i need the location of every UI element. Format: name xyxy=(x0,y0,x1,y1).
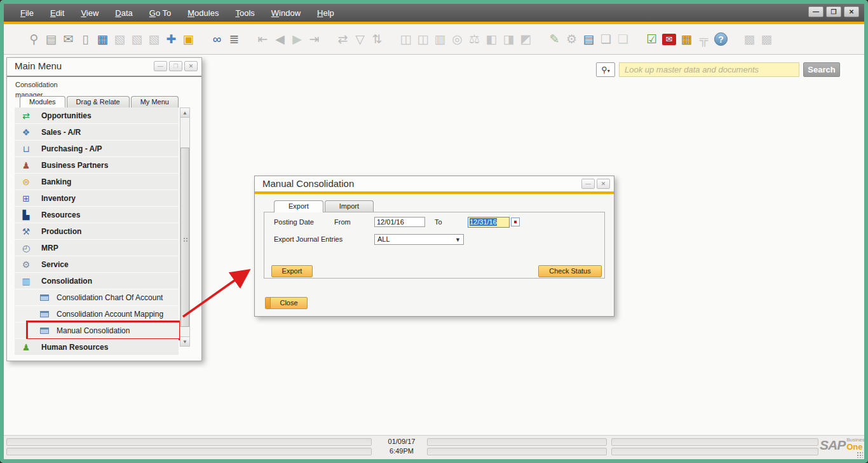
resources-icon: ▙ xyxy=(20,210,32,220)
previous-record-icon[interactable]: ◀ xyxy=(271,31,288,48)
sidebar-item-manual-consolidation[interactable]: Manual Consolidation xyxy=(15,322,179,338)
search-type-button[interactable]: ⚲▾ xyxy=(596,62,615,77)
sidebar-item-service[interactable]: ⚙Service xyxy=(15,256,179,272)
last-data-record-icon[interactable]: ⇥ xyxy=(306,31,323,48)
scrollbar-thumb[interactable] xyxy=(180,148,189,327)
main-menu-tabs: ModulesDrag & RelateMy Menu xyxy=(20,96,180,108)
org-chart-icon[interactable]: ╦ xyxy=(695,31,712,48)
mailbox-icon[interactable]: ✉ xyxy=(662,34,676,45)
sidebar-item-opportunities[interactable]: ⇄Opportunities xyxy=(15,107,179,123)
sidebar-item-mrp[interactable]: ◴MRP xyxy=(15,240,179,256)
copy-from-icon[interactable]: ◫ xyxy=(397,31,414,48)
close-button[interactable]: Close xyxy=(265,297,308,309)
export-word-icon[interactable]: ▧ xyxy=(128,31,146,48)
consolidation-icon: ▥ xyxy=(20,276,32,286)
sidebar-item-label: Opportunities xyxy=(41,111,92,120)
menu-file[interactable]: File xyxy=(20,8,34,18)
scroll-down-arrow-icon[interactable]: ▼ xyxy=(180,336,189,346)
sidebar-item-sales-a-r[interactable]: ❖Sales - A/R xyxy=(15,124,179,140)
scroll-up-arrow-icon[interactable]: ▲ xyxy=(180,108,189,118)
sidebar-item-purchasing-a-p[interactable]: ⊔Purchasing - A/P xyxy=(15,141,179,156)
dialog-tab-export[interactable]: Export xyxy=(274,200,323,212)
main-menu-maximize-button[interactable]: ❐ xyxy=(169,61,182,71)
sidebar-item-banking[interactable]: ⊜Banking xyxy=(15,174,179,190)
sidebar-item-production[interactable]: ⚒Production xyxy=(15,223,179,239)
conversation-icon[interactable]: ❏ xyxy=(614,31,632,48)
settings-grid-icon[interactable]: ▩ xyxy=(741,31,758,48)
dialog-minimize-button[interactable]: — xyxy=(581,179,595,189)
calendar-picker-icon[interactable] xyxy=(511,218,520,226)
gross-profit-icon[interactable]: ◎ xyxy=(449,31,466,48)
main-menu-close-button[interactable]: ✕ xyxy=(184,61,198,71)
lock-screen-icon[interactable]: ▣ xyxy=(180,31,197,48)
send-fax-icon[interactable]: ▦ xyxy=(94,31,111,48)
sidebar-item-label: Consolidation Account Mapping xyxy=(57,310,163,319)
tab-my-menu[interactable]: My Menu xyxy=(131,96,179,107)
sort-table-icon[interactable]: ⇅ xyxy=(369,31,386,48)
tab-modules[interactable]: Modules xyxy=(20,96,65,108)
copy-to-icon[interactable]: ◫ xyxy=(414,31,431,48)
main-menu-scrollbar[interactable]: ▲ ▼ xyxy=(180,107,190,347)
menu-window[interactable]: Window xyxy=(271,8,301,18)
tab-drag-relate[interactable]: Drag & Relate xyxy=(67,96,130,107)
minimize-window-button[interactable]: — xyxy=(808,6,824,17)
send-email-icon[interactable]: ✉ xyxy=(60,31,77,48)
close-window-button[interactable]: ✕ xyxy=(844,6,859,17)
payment-means-icon[interactable]: ▥ xyxy=(431,31,449,48)
dialog-tab-import[interactable]: Import xyxy=(325,200,374,212)
resize-grip[interactable] xyxy=(857,452,863,458)
settings-export-icon[interactable]: ▩ xyxy=(758,31,775,48)
sidebar-item-resources[interactable]: ▙Resources xyxy=(15,207,179,223)
checklist-icon[interactable]: ☑ xyxy=(643,31,660,48)
first-data-record-icon[interactable]: ⇤ xyxy=(254,31,271,48)
help-icon[interactable]: ? xyxy=(714,32,728,46)
mrp-icon: ◴ xyxy=(20,243,32,253)
messages-icon[interactable]: ❏ xyxy=(597,31,614,48)
menu-view[interactable]: View xyxy=(81,8,98,18)
next-record-icon[interactable]: ▶ xyxy=(288,31,306,48)
sidebar-item-business-partners[interactable]: ♟Business Partners xyxy=(15,157,179,173)
menu-data[interactable]: Data xyxy=(115,8,132,18)
menu-tools[interactable]: Tools xyxy=(235,8,254,18)
menu-go-to[interactable]: Go To xyxy=(149,8,171,18)
menu-help[interactable]: Help xyxy=(317,8,334,18)
status-panel-2 xyxy=(427,438,607,446)
dialog-close-button[interactable]: ✕ xyxy=(597,179,610,189)
base-document-icon[interactable]: ◧ xyxy=(483,31,500,48)
export-journal-entries-dropdown[interactable]: ALL ▼ xyxy=(374,234,464,245)
search-input[interactable] xyxy=(619,62,799,77)
sidebar-item-consolidation-chart-of-account[interactable]: Consolidation Chart Of Account xyxy=(15,289,179,305)
send-sms-icon[interactable]: ▯ xyxy=(77,31,94,48)
sidebar-item-inventory[interactable]: ⊞Inventory xyxy=(15,190,179,206)
filter-table-icon[interactable]: ▽ xyxy=(351,31,369,48)
volume-weight-icon[interactable]: ⚖ xyxy=(466,31,483,48)
document-settings-icon[interactable]: ⚙ xyxy=(563,31,580,48)
print-icon[interactable]: ▤ xyxy=(43,31,60,48)
edit-chart-icon[interactable]: ✎ xyxy=(546,31,563,48)
journal-entry-icon[interactable]: ≣ xyxy=(226,31,243,48)
sidebar-item-human-resources[interactable]: ♟Human Resources xyxy=(15,339,179,355)
restore-window-button[interactable]: ❐ xyxy=(826,6,841,17)
sidebar-item-label: Consolidation Chart Of Account xyxy=(57,293,163,302)
sidebar-item-consolidation[interactable]: ▥Consolidation xyxy=(15,273,179,289)
sidebar-item-consolidation-account-mapping[interactable]: Consolidation Account Mapping xyxy=(15,306,179,322)
export-excel-icon[interactable]: ▧ xyxy=(111,31,128,48)
find-icon[interactable]: ∞ xyxy=(208,31,226,48)
sidebar-item-label: Sales - A/R xyxy=(41,128,81,137)
menu-modules[interactable]: Modules xyxy=(187,8,219,18)
check-status-button[interactable]: Check Status xyxy=(538,265,602,277)
refresh-record-icon[interactable]: ⇄ xyxy=(334,31,351,48)
document-query-icon[interactable]: ◩ xyxy=(517,31,534,48)
menu-edit[interactable]: Edit xyxy=(50,8,64,18)
target-document-icon[interactable]: ◨ xyxy=(500,31,517,48)
export-button[interactable]: Export xyxy=(271,265,313,277)
export-pdf-icon[interactable]: ▧ xyxy=(146,31,163,48)
launch-application-icon[interactable]: ✚ xyxy=(163,31,180,48)
from-date-input[interactable] xyxy=(374,217,425,227)
to-date-input[interactable]: 12/31/16 xyxy=(468,217,510,228)
search-button[interactable]: Search xyxy=(803,62,840,77)
calendar-icon[interactable]: ▦ xyxy=(678,31,695,48)
query-generator-icon[interactable]: ▤ xyxy=(580,31,597,48)
main-menu-minimize-button[interactable]: — xyxy=(154,61,167,71)
print-preview-icon[interactable]: ⚲ xyxy=(25,31,43,48)
